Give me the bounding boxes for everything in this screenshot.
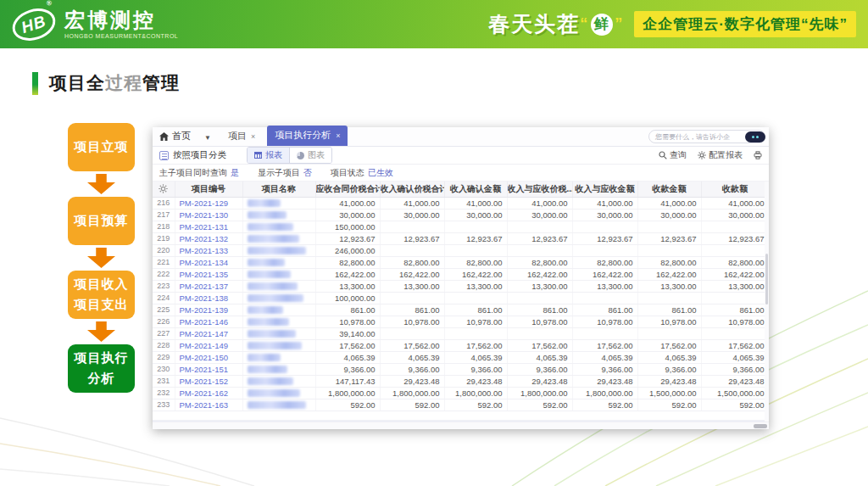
tab-home[interactable]: 首页	[159, 130, 191, 146]
table-row[interactable]: 219PM-2021-13212,923.6712,923.6712,923.6…	[153, 232, 769, 244]
table-row[interactable]: 218PM-2021-131150,000.00	[153, 221, 769, 232]
table-row[interactable]: 229PM-2021-1504,065.394,065.394,065.394,…	[153, 351, 769, 363]
query-button[interactable]: 查询	[659, 149, 687, 161]
project-code-link[interactable]: PM-2021-137	[175, 280, 242, 292]
filter-bar: 主子项目同时查询是显示子项目否项目状态已生效	[153, 165, 769, 182]
filter-value[interactable]: 否	[303, 167, 312, 179]
filter-item[interactable]: 主子项目同时查询是	[159, 167, 239, 179]
project-code-link[interactable]: PM-2021-133	[175, 244, 242, 256]
amount-cell: 861.00	[380, 304, 444, 316]
amount-cell: 162,422.00	[507, 268, 572, 280]
project-code-link[interactable]: PM-2021-138	[175, 292, 242, 304]
amount-cell: 861.00	[315, 304, 380, 316]
project-code-link[interactable]: PM-2021-146	[175, 316, 242, 327]
table-row[interactable]: 233PM-2021-163592.00592.00592.00592.0059…	[153, 399, 769, 411]
horizontal-scrollbar[interactable]	[153, 422, 769, 429]
filter-item[interactable]: 显示子项目否	[258, 167, 312, 179]
amount-cell: 41,000.00	[637, 197, 701, 209]
amount-cell: 29,423.48	[507, 375, 572, 387]
title-accent-bar	[32, 72, 38, 95]
project-code-link[interactable]: PM-2021-129	[175, 197, 242, 209]
assistant-search-input[interactable]: 您需要什么，请告诉小企	[648, 130, 765, 143]
column-header[interactable]: 应收合同价税合计	[315, 182, 380, 197]
filter-value[interactable]: 已生效	[368, 167, 393, 179]
tab-project-execution-analysis[interactable]: 项目执行分析×	[267, 126, 348, 146]
chevron-down-icon[interactable]: ▼	[204, 134, 211, 146]
section-title-row: 项目全过程管理	[32, 71, 180, 95]
column-header[interactable]: 收款金额	[637, 182, 701, 197]
column-settings-header[interactable]	[153, 182, 175, 197]
table-row[interactable]: 223PM-2021-13713,300.0013,300.0013,300.0…	[153, 280, 769, 292]
column-header[interactable]: 项目编号	[175, 182, 242, 197]
table-grid-icon	[254, 152, 262, 159]
table-row[interactable]: 224PM-2021-138100,000.00	[153, 292, 769, 304]
row-index: 225	[153, 304, 175, 316]
registered-mark: ®	[46, 0, 53, 7]
table-row[interactable]: 230PM-2021-1519,366.009,366.009,366.009,…	[153, 363, 769, 375]
amount-cell: 10,978.00	[507, 316, 572, 327]
view-report-button[interactable]: 报表	[248, 148, 290, 163]
project-code-link[interactable]: PM-2021-139	[175, 304, 242, 316]
configure-report-button[interactable]: 配置报表	[698, 149, 743, 161]
table-row[interactable]: 225PM-2021-139861.00861.00861.00861.0086…	[153, 304, 769, 316]
table-row[interactable]: 217PM-2021-13030,000.0030,000.0030,000.0…	[153, 209, 769, 221]
table-row[interactable]: 216PM-2021-12941,000.0041,000.0041,000.0…	[153, 197, 769, 209]
amount-cell: 41,000.00	[701, 197, 769, 209]
project-code-link[interactable]: PM-2021-130	[175, 209, 242, 221]
column-header[interactable]: 收入与应收金额	[572, 182, 637, 197]
project-code-link[interactable]: PM-2021-151	[175, 363, 242, 375]
logo-hb-icon: HB ®	[8, 3, 60, 45]
amount-cell: 82,800.00	[637, 256, 701, 268]
table-row[interactable]: 227PM-2021-14739,140.00	[153, 327, 769, 339]
category-label[interactable]: 按照项目分类	[173, 149, 226, 161]
tab-project[interactable]: 项目×	[228, 130, 255, 146]
column-header[interactable]: 收入确认金额	[444, 182, 507, 197]
amount-cell: 39,140.00	[315, 327, 380, 339]
view-chart-button[interactable]: 图表	[290, 148, 331, 163]
table-row[interactable]: 231PM-2021-152147,117.4329,423.4829,423.…	[153, 375, 769, 387]
project-code-link[interactable]: PM-2021-147	[175, 327, 242, 339]
project-name-redacted	[242, 244, 315, 256]
amount-cell: 162,422.00	[315, 268, 380, 280]
table-row[interactable]: 226PM-2021-14610,978.0010,978.0010,978.0…	[153, 316, 769, 327]
project-code-link[interactable]: PM-2021-163	[175, 399, 242, 411]
column-header[interactable]: 收入确认价税合计	[380, 182, 444, 197]
project-code-link[interactable]: PM-2021-162	[175, 387, 242, 399]
close-icon[interactable]: ×	[336, 131, 340, 140]
amount-cell: 30,000.00	[315, 209, 380, 221]
amount-cell: 17,562.00	[315, 339, 380, 351]
table-row[interactable]: 221PM-2021-13482,800.0082,800.0082,800.0…	[153, 256, 769, 268]
assistant-robot-icon[interactable]	[745, 131, 765, 142]
amount-cell: 29,423.48	[637, 375, 701, 387]
print-button[interactable]	[754, 151, 762, 159]
project-code-link[interactable]: PM-2021-152	[175, 375, 242, 387]
vertical-scrollbar[interactable]	[765, 182, 769, 422]
column-header[interactable]: 收入与应收价税...	[507, 182, 572, 197]
project-code-link[interactable]: PM-2021-132	[175, 232, 242, 244]
page-title: 项目全过程管理	[49, 71, 180, 95]
row-index: 233	[153, 399, 175, 411]
table-row[interactable]: 222PM-2021-135162,422.00162,422.00162,42…	[153, 268, 769, 280]
amount-cell: 13,300.00	[444, 280, 507, 292]
project-code-link[interactable]: PM-2021-134	[175, 256, 242, 268]
close-icon[interactable]: ×	[251, 132, 255, 141]
project-code-link[interactable]: PM-2021-131	[175, 221, 242, 232]
scrollbar-thumb[interactable]	[754, 424, 767, 428]
column-header[interactable]: 项目名称	[242, 182, 315, 197]
project-code-link[interactable]: PM-2021-150	[175, 351, 242, 363]
project-code-link[interactable]: PM-2021-149	[175, 339, 242, 351]
column-header[interactable]: 收款额	[701, 182, 769, 197]
filter-item[interactable]: 项目状态已生效	[331, 167, 393, 179]
project-code-link[interactable]: PM-2021-135	[175, 268, 242, 280]
table-row[interactable]: 220PM-2021-133246,000.00	[153, 244, 769, 256]
amount-cell: 162,422.00	[572, 268, 637, 280]
table-row[interactable]: 232PM-2021-1621,800,000.001,800,000.001,…	[153, 387, 769, 399]
project-name-redacted	[242, 221, 315, 232]
amount-cell: 9,366.00	[380, 363, 444, 375]
amount-cell	[701, 244, 769, 256]
row-index: 217	[153, 209, 175, 221]
filter-value[interactable]: 是	[231, 167, 239, 179]
amount-cell: 1,800,000.00	[315, 387, 380, 399]
amount-cell: 17,562.00	[637, 339, 701, 351]
table-row[interactable]: 228PM-2021-14917,562.0017,562.0017,562.0…	[153, 339, 769, 351]
